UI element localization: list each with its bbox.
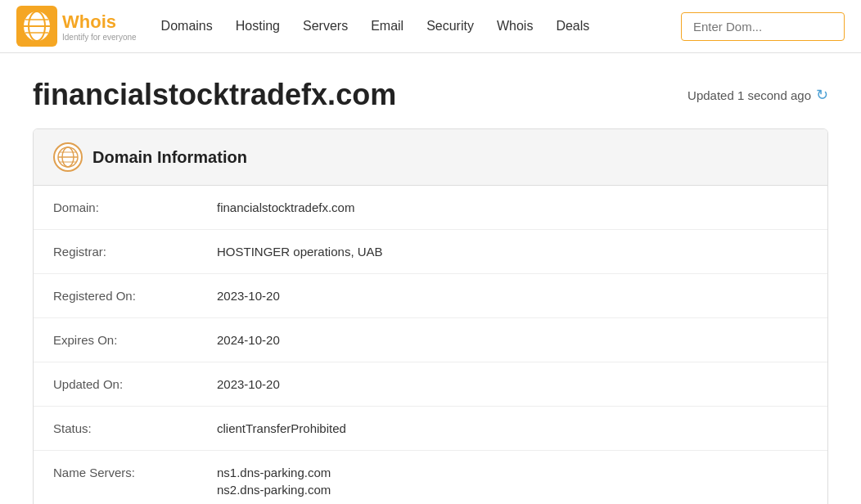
logo-tagline: Identify for everyone [62, 33, 137, 42]
row-value-domain: financialstocktradefx.com [217, 200, 808, 214]
table-row: Updated On: 2023-10-20 [34, 362, 827, 407]
row-value-status: clientTransferProhibited [217, 421, 808, 435]
nameserver-1: ns1.dns-parking.com [217, 466, 808, 479]
row-value-registered-on: 2023-10-20 [217, 289, 808, 303]
nav-item-domains[interactable]: Domains [161, 19, 213, 34]
row-label-updated-on: Updated On: [53, 377, 217, 391]
row-value-name-servers: ns1.dns-parking.com ns2.dns-parking.com [217, 466, 808, 497]
row-label-registrar: Registrar: [53, 245, 217, 259]
search-input[interactable] [681, 12, 845, 41]
table-row: Name Servers: ns1.dns-parking.com ns2.dn… [34, 451, 827, 504]
row-value-expires-on: 2024-10-20 [217, 333, 808, 347]
card-header-title: Domain Information [92, 148, 247, 167]
row-label-name-servers: Name Servers: [53, 466, 217, 479]
nameserver-2: ns2.dns-parking.com [217, 483, 808, 497]
row-label-domain: Domain: [53, 200, 217, 214]
table-row: Registrar: HOSTINGER operations, UAB [34, 230, 827, 274]
nav-links: Domains Hosting Servers Email Security W… [161, 19, 681, 34]
nav-item-hosting[interactable]: Hosting [236, 19, 280, 34]
nav-item-email[interactable]: Email [371, 19, 403, 34]
card-header: Domain Information [34, 129, 827, 186]
row-label-registered-on: Registered On: [53, 289, 217, 303]
table-row: Domain: financialstocktradefx.com [34, 186, 827, 230]
domain-card: Domain Information Domain: financialstoc… [33, 128, 828, 504]
table-row: Status: clientTransferProhibited [34, 407, 827, 451]
logo-text: Whois [62, 11, 137, 33]
row-label-status: Status: [53, 421, 217, 435]
main-content: financialstocktradefx.com Updated 1 seco… [0, 53, 861, 504]
table-row: Registered On: 2023-10-20 [34, 274, 827, 318]
updated-text: Updated 1 second ago [687, 88, 811, 102]
row-label-expires-on: Expires On: [53, 333, 217, 347]
nav-item-security[interactable]: Security [426, 19, 474, 34]
logo-link[interactable]: Whois Identify for everyone [16, 6, 137, 47]
table-row: Expires On: 2024-10-20 [34, 318, 827, 362]
nav-item-servers[interactable]: Servers [303, 19, 348, 34]
logo-icon [16, 6, 57, 47]
page-header: financialstocktradefx.com Updated 1 seco… [33, 78, 828, 112]
nav-item-deals[interactable]: Deals [556, 19, 589, 34]
search-area [681, 12, 845, 41]
updated-info: Updated 1 second ago ↻ [687, 86, 828, 104]
info-table: Domain: financialstocktradefx.com Regist… [34, 186, 827, 504]
www-icon [53, 142, 83, 172]
domain-title: financialstocktradefx.com [33, 78, 396, 112]
navbar: Whois Identify for everyone Domains Host… [0, 0, 861, 53]
nav-item-whois[interactable]: Whois [497, 19, 533, 34]
refresh-icon[interactable]: ↻ [816, 86, 828, 104]
row-value-registrar: HOSTINGER operations, UAB [217, 245, 808, 259]
row-value-updated-on: 2023-10-20 [217, 377, 808, 391]
